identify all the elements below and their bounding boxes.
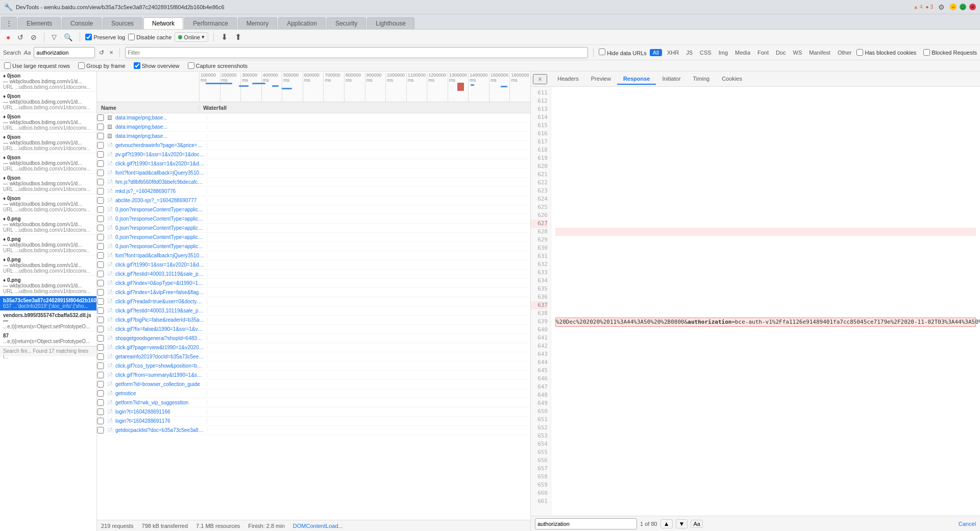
req-checkbox[interactable] [97, 243, 104, 250]
filter-css[interactable]: CSS [698, 49, 714, 56]
left-item[interactable]: ♦ 0json — wkbjcloudbos.bdimg.com/v1/d...… [0, 71, 96, 92]
cancel-search-button[interactable]: Cancel [959, 521, 976, 527]
tab-sources[interactable]: Sources [103, 17, 142, 29]
list-item[interactable]: 📄 getform?id=browser_collection_guide [97, 380, 530, 389]
left-item[interactable]: ♦ 0json — wkbjcloudbos.bdimg.com/v1/d...… [0, 92, 96, 112]
nav-prev-button[interactable]: ▲ [660, 519, 673, 528]
list-item[interactable]: 📄 abclite-2030-sjs?_=1604288690777 [97, 196, 530, 205]
req-checkbox[interactable] [97, 427, 104, 433]
blocked-requests[interactable]: Blocked Requests [923, 49, 977, 56]
capture-screenshots-label[interactable]: Capture screenshots [188, 62, 248, 69]
search-clear-button[interactable]: × [108, 47, 114, 57]
filter-font[interactable]: Font [755, 49, 771, 56]
req-checkbox[interactable] [97, 307, 104, 314]
hide-data-urls-checkbox[interactable] [599, 49, 605, 55]
list-item[interactable]: 📄 font?font=ipad&callback=jQuery35105871… [97, 251, 530, 260]
list-item[interactable]: 📄 click.gif?fix=false&t1990=1&ssr=1&v202… [97, 325, 530, 334]
list-item[interactable]: 📄 font?font=ipad&callback=jQuery35105871… [97, 168, 530, 178]
export-button[interactable]: ⬆ [233, 31, 243, 43]
list-item[interactable]: 📄 click.gif?t1990=1&ssr=1&v2020=1&doc_id… [97, 260, 530, 270]
req-checkbox[interactable] [97, 215, 104, 222]
search-button[interactable]: 🔍 [62, 32, 75, 42]
tab-security[interactable]: Security [327, 17, 366, 29]
tab-close-button[interactable]: × [533, 74, 547, 84]
left-item-selected[interactable]: b35a73c5ee3a87c24028915f804d2b160... 637… [0, 296, 96, 311]
list-item[interactable]: 📄 0.json?responseContentType=application… [97, 214, 530, 224]
group-by-frame-checkbox[interactable] [78, 62, 85, 69]
left-item[interactable]: ♦ 0json — wkbjcloudbos.bdimg.com/v1/d...… [0, 112, 96, 133]
filter-doc[interactable]: Doc [774, 49, 788, 56]
has-blocked-checkbox[interactable] [856, 49, 863, 56]
filter-ws[interactable]: WS [791, 49, 804, 56]
req-checkbox[interactable] [97, 142, 104, 149]
req-checkbox[interactable] [97, 289, 104, 296]
req-checkbox[interactable] [97, 197, 104, 204]
list-item[interactable]: 📄 login?t=1604288691176 [97, 417, 530, 426]
tab-response[interactable]: Response [617, 74, 656, 85]
show-overview-label[interactable]: Show overview [134, 62, 180, 69]
list-item[interactable]: 📄 login?t=1604288691166 [97, 407, 530, 417]
hide-data-urls-label[interactable]: Hide data URLs [599, 49, 647, 56]
list-item[interactable]: 📄 shopgetgoodsgenerai?shopId=6483d4d8d15… [97, 334, 530, 343]
filter-all[interactable]: All [650, 49, 662, 56]
left-item[interactable]: ♦ 0json — wkbjcloudbos.bdimg.com/v1/d...… [0, 133, 96, 153]
req-checkbox[interactable] [97, 188, 104, 195]
tab-preview[interactable]: Preview [585, 74, 617, 85]
req-checkbox[interactable] [97, 179, 104, 185]
filter-button[interactable]: ▽ [50, 32, 59, 42]
req-checkbox[interactable] [97, 372, 104, 378]
list-item[interactable]: 📄 click.gif?t1990=1&ssr=1&v2020=1&doc_id… [97, 159, 530, 168]
req-checkbox[interactable] [97, 381, 104, 388]
search-bottom-input[interactable] [535, 518, 637, 529]
tab-timing[interactable]: Timing [687, 74, 716, 85]
list-item[interactable]: 📄 click.gif?testid=40003,10119&sale_pric… [97, 306, 530, 316]
req-checkbox[interactable] [97, 170, 104, 176]
filter-manifest[interactable]: Manifest [807, 49, 832, 56]
list-item[interactable]: 📄 0.json?responseContentType=application… [97, 242, 530, 251]
left-item[interactable]: ♦ 0json — wkbjcloudbos.bdimg.com/v1/d...… [0, 194, 96, 214]
list-item[interactable]: 📄 click.gif?testid=40003,10119&sale_pric… [97, 270, 530, 279]
list-item[interactable]: 📄 getareainfo2019?docId=b35a73c5ee3a87c2… [97, 352, 530, 361]
list-item[interactable]: 📄 mkd.js?_=1604288690776 [97, 187, 530, 196]
req-checkbox[interactable] [97, 298, 104, 305]
req-checkbox[interactable] [97, 363, 104, 369]
list-item[interactable]: 📄 click.gif?cos_type=show&position=box&t… [97, 361, 530, 371]
response-text[interactable]: %20Dec%202020%2011%3A44%3A50%20%2B0800&a… [551, 87, 980, 516]
nav-next-button[interactable]: ▼ [676, 519, 688, 528]
req-checkbox[interactable] [97, 261, 104, 268]
left-item[interactable]: ♦ 0.png — wkbjcloudbos.bdimg.com/v1/d...… [0, 276, 96, 296]
left-item[interactable]: 87 ...e,t){return(s=Object.setPrototypeO… [0, 331, 96, 346]
req-checkbox[interactable] [97, 252, 104, 259]
tab-cookies[interactable]: Cookies [716, 74, 748, 85]
left-item[interactable]: vendors.b995f355747cbaffa532.dll.js — ..… [0, 311, 96, 331]
tab-performance[interactable]: Performance [184, 17, 237, 29]
disable-cache-label[interactable]: Disable cache [128, 34, 172, 40]
left-item[interactable]: ♦ 0.png — wkbjcloudbos.bdimg.com/v1/d...… [0, 255, 96, 276]
minimize-button[interactable]: − [950, 4, 957, 10]
search-refresh-button[interactable]: ↺ [98, 48, 105, 57]
maximize-button[interactable]: □ [960, 4, 966, 10]
filter-xhr[interactable]: XHR [665, 49, 681, 56]
left-item[interactable]: ♦ 0json — wkbjcloudbos.bdimg.com/v1/d...… [0, 174, 96, 194]
filter-js[interactable]: JS [684, 49, 695, 56]
list-item[interactable]: 📄 getdocpacklist?doc=b35a73c5ee3a87c2402… [97, 426, 530, 435]
tab-memory[interactable]: Memory [238, 17, 277, 29]
filter-media[interactable]: Media [733, 49, 752, 56]
list-item[interactable]: 📄 click.gif?page=view&t1990=1&v2020=1&do… [97, 343, 530, 352]
left-item[interactable]: ♦ 0.png — wkbjcloudbos.bdimg.com/v1/d...… [0, 214, 96, 235]
list-item[interactable]: 📄 hm.js?d8bfb560f8d03bbefc9bdecafc4a4bf6 [97, 178, 530, 187]
import-button[interactable]: ⬇ [219, 31, 230, 43]
settings-button[interactable]: ⚙ [936, 2, 947, 12]
req-checkbox[interactable] [97, 160, 104, 167]
list-item[interactable]: 📄 click.gif?index=0&opType=&t1990=1&ssr=… [97, 279, 530, 288]
list-item[interactable]: 📄 click.gif?index=1&vipFree=false&flag=2… [97, 288, 530, 297]
req-checkbox[interactable] [97, 326, 104, 332]
use-large-rows-checkbox[interactable] [4, 62, 11, 69]
preserve-log-label[interactable]: Preserve log [85, 34, 125, 40]
close-button[interactable]: × [969, 4, 976, 10]
tab-initiator[interactable]: Initiator [656, 74, 687, 85]
col-name-header[interactable]: Name [97, 105, 199, 111]
req-checkbox[interactable] [97, 206, 104, 213]
list-item[interactable]: 🖼 data:image/png;base... [97, 132, 530, 141]
clear-button[interactable]: ⊘ [29, 32, 39, 42]
